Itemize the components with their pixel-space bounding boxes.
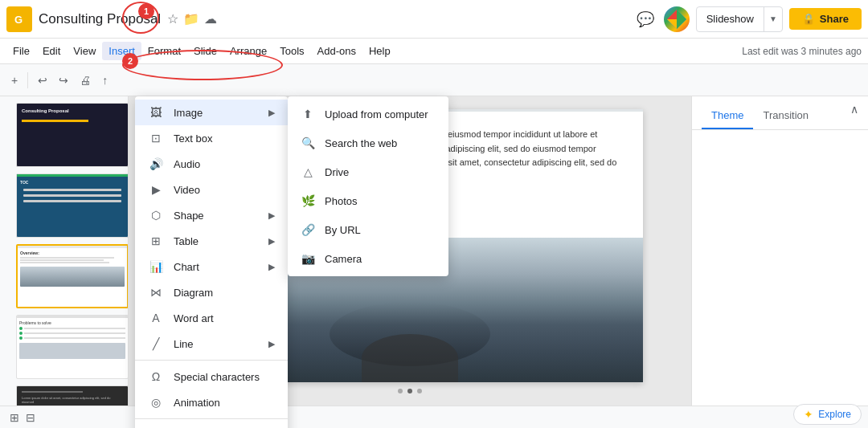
toolbar-zoom[interactable]: ↑ [97,71,113,90]
share-button[interactable]: 🔒 Share [789,8,862,30]
textbox-menu-label: Text box [174,132,212,145]
svg-text:G: G [14,14,23,26]
slide-1-title: Consulting Proposal [17,104,128,118]
drive-icon: △ [301,165,315,178]
toolbar: + ↩ ↪ 🖨 ↑ [0,64,868,96]
toolbar-undo[interactable]: ↩ [33,71,52,90]
panel-close-icon[interactable]: ∧ [850,103,858,129]
menu-option-video[interactable]: ▶ Video [135,177,288,202]
animation-menu-label: Animation [174,397,220,409]
slide-thumb-1[interactable]: 1 Consulting Proposal [3,103,125,167]
image-submenu-dropdown: ⬆ Upload from computer 🔍 Search the web … [288,96,448,276]
submenu-search[interactable]: 🔍 Search the web [288,128,448,157]
camera-label: Camera [325,253,362,265]
menu-option-link[interactable]: 🔗 Link Ctrl+K [135,422,288,428]
shape-menu-icon: ⬡ [148,209,164,222]
menu-option-image[interactable]: 🖼 Image ▶ [135,100,288,125]
menu-slide[interactable]: Slide [187,42,223,60]
diagram-menu-icon: ⋈ [148,286,164,299]
toolbar-sep-1 [27,72,28,88]
explore-button[interactable]: ✦ Explore [793,404,862,425]
comment-icon-btn[interactable]: 💬 [633,7,657,31]
menu-option-animation[interactable]: ◎ Animation [135,389,288,415]
menu-edit[interactable]: Edit [36,42,67,60]
submenu-url[interactable]: 🔗 By URL [288,215,448,244]
badge-1: 1 [138,3,154,19]
video-menu-icon: ▶ [148,183,164,196]
submenu-photos[interactable]: 🌿 Photos [288,186,448,215]
menu-help[interactable]: Help [362,42,397,60]
tab-theme[interactable]: Theme [702,103,753,129]
submenu-drive[interactable]: △ Drive [288,157,448,186]
top-bar: G Consulting Proposal ☆ 📁 ☁ 💬 Slideshow … [0,0,868,39]
submenu-camera[interactable]: 📷 Camera [288,244,448,273]
menu-divider-1 [135,360,288,361]
slide-image-4: Problems to solve [16,315,129,379]
explore-label: Explore [818,409,851,420]
slide-thumb-3[interactable]: 3 Overview: [3,244,125,308]
photos-icon: 🌿 [301,194,315,207]
line-menu-label: Line [174,338,194,350]
url-icon: 🔗 [301,223,315,236]
slideshow-button[interactable]: Slideshow ▼ [696,6,783,32]
menu-option-special[interactable]: Ω Special characters [135,364,288,389]
title-icons: ☆ 📁 ☁ [167,11,217,26]
tab-transition[interactable]: Transition [753,103,818,129]
upload-label: Upload from computer [325,108,428,120]
wordart-menu-label: Word art [174,312,214,324]
slide-thumb-2[interactable]: 2 TOC [3,173,125,238]
menu-tools[interactable]: Tools [273,42,310,60]
photos-label: Photos [325,195,357,207]
audio-menu-icon: 🔊 [148,157,164,170]
list-view-icon[interactable]: ⊟ [26,411,35,424]
camera-icon: 📷 [301,252,315,265]
toolbar-print[interactable]: 🖨 [75,71,96,90]
right-panel-tabs: Theme Transition ∧ [692,96,868,130]
menu-addons[interactable]: Add-ons [311,42,362,60]
menu-option-table[interactable]: ⊞ Table ▶ [135,228,288,254]
badge-2: 2 [122,53,138,69]
video-menu-label: Video [174,184,200,196]
share-label: Share [820,13,849,25]
slideshow-dropdown-arrow[interactable]: ▼ [764,7,782,31]
line-submenu-arrow: ▶ [268,339,275,349]
wordart-menu-icon: A [148,312,164,324]
menu-option-chart[interactable]: 📊 Chart ▶ [135,254,288,279]
image-menu-label: Image [174,107,203,119]
insert-menu-dropdown: 🖼 Image ▶ ⊡ Text box 🔊 Audio ▶ Video ⬡ S… [135,96,288,428]
menu-file[interactable]: File [6,42,36,60]
menu-option-textbox[interactable]: ⊡ Text box [135,125,288,151]
toolbar-add[interactable]: + [6,71,23,90]
slide-image-2: TOC [16,173,129,238]
menu-format[interactable]: Format [141,42,187,60]
menu-option-audio[interactable]: 🔊 Audio [135,151,288,177]
table-submenu-arrow: ▶ [268,236,275,247]
special-chars-menu-icon: Ω [148,370,164,383]
menu-option-line[interactable]: ╱ Line ▶ [135,331,288,357]
menu-arrange[interactable]: Arrange [223,42,273,60]
shape-menu-label: Shape [174,210,204,222]
image-submenu-arrow: ▶ [268,108,275,118]
menu-option-wordart[interactable]: A Word art [135,305,288,331]
slide-image-1: Consulting Proposal [16,103,129,167]
grid-view-icon[interactable]: ⊞ [10,411,19,424]
special-chars-menu-label: Special characters [174,371,260,383]
menu-view[interactable]: View [67,42,102,60]
table-menu-label: Table [174,235,199,247]
menu-divider-2 [135,418,288,419]
toolbar-redo[interactable]: ↪ [54,71,73,90]
upload-icon: ⬆ [301,108,315,120]
slide-thumb-4[interactable]: 4 Problems to solve [3,315,125,379]
submenu-upload[interactable]: ⬆ Upload from computer [288,100,448,128]
top-right: 💬 Slideshow ▼ 🔒 Share [633,6,862,32]
cloud-icon[interactable]: ☁ [204,11,217,26]
account-avatar[interactable] [664,6,690,32]
menu-option-shape[interactable]: ⬡ Shape ▶ [135,202,288,228]
search-web-icon: 🔍 [301,137,315,149]
bottom-icons: ⊞ ⊟ [10,411,35,424]
star-icon[interactable]: ☆ [167,11,178,26]
lock-icon: 🔒 [802,13,815,25]
last-edit-label: Last edit was 3 minutes ago [742,46,862,57]
menu-option-diagram[interactable]: ⋈ Diagram [135,279,288,305]
folder-icon[interactable]: 📁 [183,11,199,26]
